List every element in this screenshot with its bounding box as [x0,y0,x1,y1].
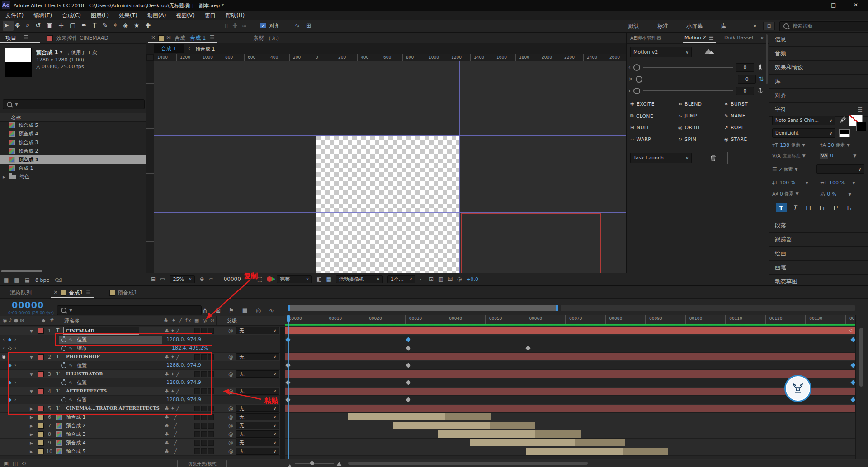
tab-render-queue[interactable]: 渲染队列 [10,289,32,297]
dropdown-icon[interactable]: ▼ [795,167,798,172]
interpret-footage-icon[interactable]: ▦ [4,277,9,283]
close-button[interactable]: ✕ [854,2,858,8]
rope-button[interactable]: ↗ROPE [724,125,745,130]
keyframe[interactable] [525,346,530,350]
layer-duration-bar[interactable] [526,448,668,455]
exposure-reset-icon[interactable]: ◶ [457,276,462,282]
tab-comp-name[interactable]: 合成 1 [190,34,206,42]
zoom-out-mountain-icon[interactable] [288,462,292,467]
property-track[interactable] [285,378,855,387]
menu-item[interactable]: 帮助(H) [226,12,245,19]
switch-box[interactable] [201,371,207,377]
expander-icon[interactable]: ▼ [30,372,33,377]
layer-track[interactable] [285,413,855,421]
tab-duik[interactable]: Duik Bassel [724,35,753,41]
panel-header-tracker[interactable]: 跟踪器 [769,233,868,247]
switch-box[interactable] [201,440,207,446]
tab-overflow-icon[interactable]: » [760,35,764,41]
comp-marker-icon[interactable]: ◁ [849,328,852,332]
faux-italic-button[interactable]: T [789,203,800,212]
layer-track[interactable] [285,404,855,413]
keyframe[interactable] [850,397,855,402]
graph-icon[interactable]: ∿ [69,397,72,402]
layer-track[interactable] [285,439,855,447]
menu-item[interactable]: 图层(L) [91,12,109,19]
character-menu-icon[interactable]: ☰ [858,106,863,113]
parent-dropdown[interactable]: 无∨ [236,405,279,412]
dropdown-icon[interactable]: ▼ [853,154,856,158]
slider-value-field[interactable]: 0 [736,87,754,95]
warp-button[interactable]: ▱WARP [630,136,651,142]
menu-item[interactable]: 窗口 [205,12,216,19]
timeline-toggle-icon[interactable]: ⋔ [203,307,208,314]
font-family-dropdown[interactable]: Noto Sans S Chin…∨ [772,116,835,125]
font-size-control[interactable]: тT 138 像素 ▼ [772,142,805,148]
help-search-box[interactable]: 搜索帮助 [779,21,868,31]
font-size-value[interactable]: 138 [780,142,789,148]
timeline-toggle-icon[interactable]: ⊠ [216,307,221,314]
view-layout-dropdown[interactable]: 1个…∨ [387,275,415,283]
name-button[interactable]: ✎NAME [724,113,745,118]
layer-duration-bar[interactable] [285,405,855,412]
expand-icon[interactable]: ▶ [3,175,6,179]
current-frame-field[interactable]: 00000 [224,276,241,282]
list-item[interactable]: 预合成 2 [0,147,155,155]
layer-switches-pane-icon[interactable]: ▣ [4,460,9,467]
switch-box[interactable] [194,448,200,454]
dropdown-icon[interactable]: ▼ [796,191,799,196]
layer-duration-bar[interactable] [285,370,855,378]
menu-item[interactable]: 动画(A) [147,12,166,19]
pixel-aspect-icon[interactable]: ⌐ [420,276,425,282]
layer-switches[interactable]: ♣ ✦ ╱ [165,406,179,411]
switch-box[interactable] [194,440,200,446]
switch-box[interactable] [194,431,200,437]
list-item[interactable]: 合成 1 [0,164,155,173]
pickwhip-icon[interactable]: @ [228,440,233,446]
tool-icon[interactable]: ▢ [70,22,75,29]
pickwhip-icon[interactable]: @ [228,406,233,411]
tsume-control[interactable]: あ 0 % ▼ [820,191,851,197]
menu-item[interactable]: 合成(C) [62,12,81,19]
stroke-style-dropdown[interactable]: ∨ [816,164,864,174]
dropdown-icon[interactable]: ▼ [847,143,850,147]
tool-icon[interactable]: ▣ [47,22,52,29]
close-tab-icon[interactable]: × [151,34,156,41]
next-keyframe-icon[interactable]: › [14,337,16,342]
layer-switches[interactable]: ♣ ✦ ╱ [165,354,179,360]
nav-handle-right[interactable] [556,305,558,311]
layer-color-chip[interactable] [38,440,44,446]
timeline-hscrollbar[interactable] [348,462,588,465]
dropdown-icon[interactable]: ▼ [848,192,851,196]
property-label[interactable]: 位置 [77,362,87,369]
anchor-icon[interactable] [757,87,764,94]
layer-row[interactable]: ▶ 10 预合成 5 ♣ ╱ @ 无∨ [0,447,285,456]
layer-track[interactable]: ◁ [285,327,855,335]
list-item[interactable]: 预合成 5 [0,121,155,130]
project-tab-menu-icon[interactable]: ☰ [24,34,28,41]
keyframe[interactable] [850,337,855,342]
timeline-toggle-icon[interactable]: ∿ [269,307,274,314]
magnification-dropdown[interactable]: 25%∨ [170,275,195,283]
leading-value[interactable]: 30 [828,142,834,148]
search-dropdown-icon[interactable]: ▼ [69,308,72,313]
layer-color-chip[interactable] [38,328,44,334]
timeline-toggle-icon[interactable]: ◎ [256,307,261,314]
tool-icon[interactable]: ⌕ [26,21,29,29]
list-item[interactable]: 预合成 3 [0,138,155,147]
dropdown-icon[interactable]: ▼ [802,143,805,147]
stopwatch-icon[interactable] [61,363,66,368]
exposure-value[interactable]: +0.0 [466,276,478,282]
slider-track[interactable] [643,90,733,91]
layer-row[interactable]: ▼ 4 T AFTEREFFECTS ♣ ✦ ╱ @ 无∨ [0,387,285,396]
superscript-button[interactable]: T¹ [830,203,841,212]
stroke-width-value[interactable]: 2 [779,167,782,173]
parent-dropdown[interactable]: 无∨ [236,327,279,334]
layer-row[interactable]: ▶ 9 预合成 4 ♣ ╱ @ 无∨ [0,439,285,447]
viewer-left-ruler[interactable] [146,61,154,273]
tool-icon[interactable]: ✥ [15,22,20,29]
panel-header-audio[interactable]: 音频 [769,47,868,61]
lock-icon[interactable]: ⊠ [166,34,171,41]
roi-icon[interactable]: ◧ [316,276,321,282]
mask-toggle-icon[interactable]: ▱ [208,276,212,282]
parent-dropdown[interactable]: 无∨ [236,413,279,420]
